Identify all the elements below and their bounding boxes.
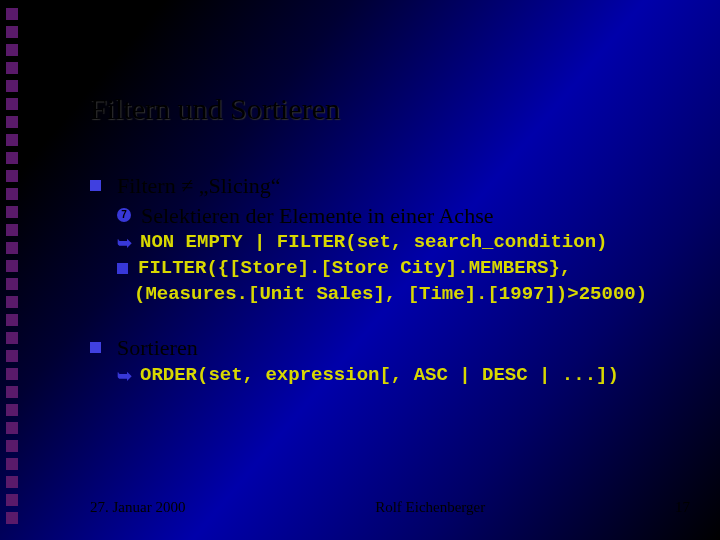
deco-square xyxy=(6,296,18,308)
slide-title: Filtern und Sortieren xyxy=(90,92,340,126)
footer-author: Rolf Eichenberger xyxy=(375,499,485,516)
deco-square xyxy=(6,458,18,470)
footer-date: 27. Januar 2000 xyxy=(90,499,185,516)
number-circle-icon: 7 xyxy=(117,208,131,222)
deco-square xyxy=(6,44,18,56)
deco-square xyxy=(6,206,18,218)
square-bullet-icon xyxy=(117,263,128,274)
bullet-sortieren: Sortieren xyxy=(90,334,690,362)
deco-square xyxy=(6,80,18,92)
code-text: ORDER(set, expression[, ASC | DESC | ...… xyxy=(140,364,619,388)
sub-bullet-selektieren: 7 Selektieren der Elemente in einer Achs… xyxy=(90,202,690,230)
arrow-icon: ➥ xyxy=(117,365,132,387)
deco-square xyxy=(6,422,18,434)
code-text: NON EMPTY | FILTER(set, search_condition… xyxy=(140,231,607,255)
deco-square xyxy=(6,440,18,452)
deco-square xyxy=(6,242,18,254)
deco-square xyxy=(6,152,18,164)
code-line-nonempty: ➥ NON EMPTY | FILTER(set, search_conditi… xyxy=(90,231,690,255)
deco-square xyxy=(6,404,18,416)
sub-bullet-text: Selektieren der Elemente in einer Achse xyxy=(141,202,493,230)
deco-square xyxy=(6,188,18,200)
deco-square xyxy=(6,8,18,20)
deco-square xyxy=(6,512,18,524)
deco-square xyxy=(6,260,18,272)
code-text: (Measures.[Unit Sales], [Time].[1997])>2… xyxy=(134,283,647,307)
slide-content: Filtern ≠ „Slicing“ 7 Selektieren der El… xyxy=(90,170,690,390)
bullet-filtern: Filtern ≠ „Slicing“ xyxy=(90,172,690,200)
deco-square xyxy=(6,224,18,236)
bullet-icon xyxy=(90,180,101,191)
bullet-icon xyxy=(90,342,101,353)
deco-square xyxy=(6,98,18,110)
code-text: FILTER({[Store].[Store City].MEMBERS}, xyxy=(138,257,571,281)
deco-square xyxy=(6,494,18,506)
deco-square xyxy=(6,278,18,290)
bullet-text: Sortieren xyxy=(117,334,198,362)
arrow-icon: ➥ xyxy=(117,232,132,254)
footer-page-number: 17 xyxy=(675,499,690,516)
deco-square xyxy=(6,116,18,128)
slide-footer: 27. Januar 2000 Rolf Eichenberger 17 xyxy=(90,499,690,516)
deco-square xyxy=(6,332,18,344)
deco-square xyxy=(6,314,18,326)
deco-square xyxy=(6,386,18,398)
bullet-text: Filtern ≠ „Slicing“ xyxy=(117,172,281,200)
code-line-order: ➥ ORDER(set, expression[, ASC | DESC | .… xyxy=(90,364,690,388)
deco-square xyxy=(6,62,18,74)
deco-square xyxy=(6,26,18,38)
code-line-filter: FILTER({[Store].[Store City].MEMBERS}, xyxy=(90,257,690,281)
deco-square xyxy=(6,134,18,146)
deco-square xyxy=(6,476,18,488)
deco-square xyxy=(6,368,18,380)
deco-square xyxy=(6,350,18,362)
code-line-filter-cont: (Measures.[Unit Sales], [Time].[1997])>2… xyxy=(116,283,690,307)
decorative-sidebar xyxy=(6,8,20,530)
deco-square xyxy=(6,170,18,182)
